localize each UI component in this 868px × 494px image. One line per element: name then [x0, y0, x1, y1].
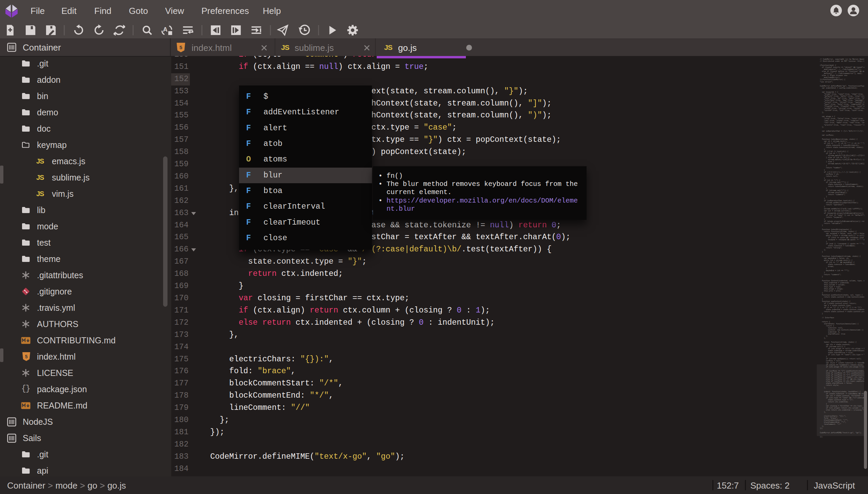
- svg-text:5: 5: [179, 44, 182, 50]
- svg-text:5: 5: [25, 354, 28, 359]
- svg-text:A: A: [163, 26, 167, 33]
